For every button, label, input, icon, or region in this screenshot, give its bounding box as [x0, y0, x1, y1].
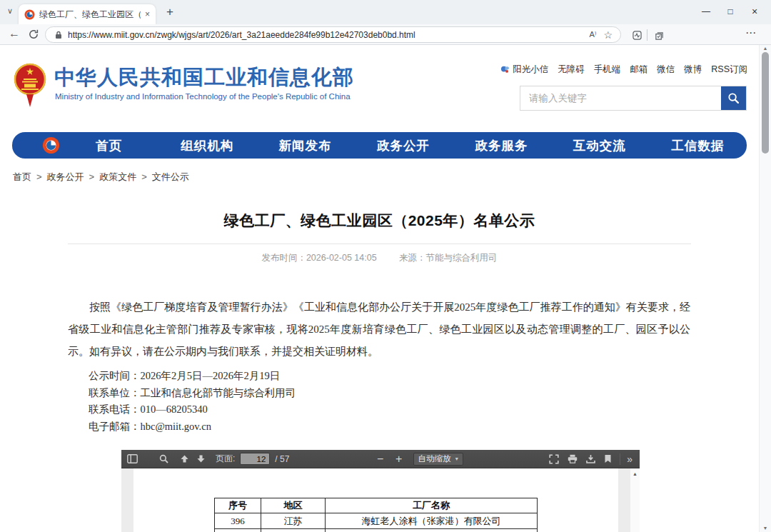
- miit-logo-icon[interactable]: [42, 136, 60, 154]
- presentation-mode-icon[interactable]: [549, 454, 559, 464]
- page-down-icon[interactable]: [196, 454, 206, 463]
- pdf-scroll-up-icon[interactable]: ▲: [630, 471, 640, 476]
- table-row-partial: [215, 529, 538, 532]
- pdf-viewer: 页面: / 57 − + 自动缩放 ▾: [121, 450, 640, 532]
- new-tab-button[interactable]: +: [166, 5, 173, 19]
- nav-items: 首页 组织机构 新闻发布 政务公开 政务服务 互动交流 工信数据: [60, 137, 747, 154]
- col-factory-name: 工厂名称: [326, 498, 538, 513]
- pdf-page: 序号 地区 工厂名称 396 江苏 海虹老人涂料（张家港）有限公司: [133, 468, 618, 532]
- chevron-down-icon: ▾: [455, 456, 458, 462]
- bookmark-icon[interactable]: [604, 454, 612, 463]
- page-scrollbar[interactable]: ▲ ▼: [759, 45, 771, 532]
- table-header-row: 序号 地区 工厂名称: [215, 498, 538, 513]
- scroll-up-icon[interactable]: ▲: [760, 46, 771, 51]
- zoom-in-icon[interactable]: +: [394, 453, 404, 466]
- zoom-select[interactable]: 自动缩放 ▾: [413, 453, 463, 466]
- page-number-input[interactable]: [240, 453, 270, 465]
- pdf-scrollbar[interactable]: ▲: [630, 468, 640, 532]
- site-title: 中华人民共和国工业和信息化部: [54, 64, 354, 92]
- breadcrumb-doc-publicity[interactable]: 文件公示: [152, 171, 189, 182]
- title-divider: [68, 244, 691, 244]
- read-aloud-icon[interactable]: A⁾: [589, 30, 596, 39]
- page-up-icon[interactable]: [180, 454, 189, 463]
- favorite-star-icon[interactable]: ☆: [603, 29, 613, 41]
- article-meta: 发布时间：2026-02-05 14:05 来源：节能与综合利用司: [0, 252, 759, 264]
- page-content: 中华人民共和国工业和信息化部 Ministry of Industry and …: [0, 45, 759, 532]
- national-emblem-icon: [13, 62, 47, 111]
- tab-close-icon[interactable]: ×: [145, 9, 150, 19]
- scroll-down-icon[interactable]: ▼: [760, 526, 771, 531]
- nav-item-interaction[interactable]: 互动交流: [550, 137, 648, 154]
- pdf-find-icon[interactable]: [159, 454, 168, 463]
- window-controls: — □ ×: [694, 4, 767, 19]
- settings-more-icon[interactable]: ⋯: [745, 26, 756, 39]
- col-region: 地区: [261, 498, 326, 513]
- collections-icon[interactable]: [655, 30, 664, 43]
- link-weibo[interactable]: 微博: [684, 64, 702, 76]
- address-bar[interactable]: https://www.miit.gov.cn/zwgk/wjgs/art/20…: [45, 26, 621, 43]
- top-utility-links: 阳光小信 无障碍 手机端 邮箱 微信 微博 RSS订阅: [500, 64, 747, 76]
- url-text[interactable]: https://www.miit.gov.cn/zwgk/wjgs/art/20…: [68, 30, 586, 40]
- pdf-table: 序号 地区 工厂名称 396 江苏 海虹老人涂料（张家港）有限公司: [214, 498, 538, 532]
- pdf-toolbar: 页面: / 57 − + 自动缩放 ▾: [121, 450, 640, 468]
- publish-time: 发布时间：2026-02-05 14:05: [261, 253, 376, 263]
- search-input[interactable]: [520, 86, 722, 110]
- article-paragraph: 按照《绿色工厂梯度培育及管理暂行办法》《工业和信息化部办公厅关于开展2025年度…: [68, 296, 690, 363]
- browser-tab[interactable]: 绿色工厂、绿色工业园区（2025 ×: [19, 4, 156, 24]
- sidebar-toggle-icon[interactable]: [127, 454, 138, 463]
- scrollbar-thumb[interactable]: [762, 52, 769, 154]
- nav-item-news[interactable]: 新闻发布: [256, 137, 354, 154]
- link-rss[interactable]: RSS订阅: [711, 64, 747, 76]
- page-total: / 57: [275, 454, 289, 464]
- miit-favicon-icon: [24, 9, 35, 20]
- contact-phone: 联系电话：010—68205340: [68, 401, 690, 418]
- toolbar-divider: [647, 29, 647, 41]
- link-mobile[interactable]: 手机端: [594, 64, 621, 76]
- nav-item-gov-affairs[interactable]: 政务公开: [354, 137, 452, 154]
- lock-icon[interactable]: [55, 31, 62, 39]
- minimize-button[interactable]: —: [694, 4, 718, 19]
- link-mail[interactable]: 邮箱: [630, 64, 647, 76]
- page-label: 页面:: [216, 453, 235, 465]
- pdf-content-area: 序号 地区 工厂名称 396 江苏 海虹老人涂料（张家港）有限公司: [121, 468, 640, 532]
- breadcrumb: 首页>政务公开>政策文件>文件公示: [13, 171, 189, 184]
- breadcrumb-home[interactable]: 首页: [13, 171, 31, 182]
- sunshine-assistant-icon: [500, 65, 510, 74]
- tab-list-chevron-icon[interactable]: ∨: [7, 6, 13, 16]
- article-source: 来源：节能与综合利用司: [399, 253, 498, 263]
- link-sunshine-assistant[interactable]: 阳光小信: [500, 64, 548, 76]
- col-serial: 序号: [215, 498, 261, 513]
- tab-strip: ∨ 绿色工厂、绿色工业园区（2025 × + — □ ×: [0, 0, 771, 24]
- main-nav: 首页 组织机构 新闻发布 政务公开 政务服务 互动交流 工信数据: [12, 132, 747, 159]
- breadcrumb-policy-docs[interactable]: 政策文件: [99, 171, 136, 182]
- maximize-button[interactable]: □: [718, 4, 742, 19]
- search-button[interactable]: [721, 86, 746, 110]
- link-accessibility[interactable]: 无障碍: [558, 64, 585, 76]
- print-icon[interactable]: [568, 454, 578, 463]
- zoom-out-icon[interactable]: −: [376, 453, 386, 466]
- publicity-period: 公示时间：2026年2月5日—2026年2月19日: [68, 368, 690, 385]
- tab-title: 绿色工厂、绿色工业园区（2025: [39, 9, 141, 21]
- contact-unit: 联系单位：工业和信息化部节能与综合利用司: [68, 385, 690, 402]
- search-icon: [727, 92, 740, 104]
- nav-item-gov-services[interactable]: 政务服务: [453, 137, 550, 154]
- contact-email: 电子邮箱：hbc@miit.gov.cn: [68, 418, 690, 436]
- browser-toolbar: ← https://www.miit.gov.cn/zwgk/wjgs/art/…: [0, 24, 771, 45]
- refresh-icon[interactable]: [29, 29, 39, 42]
- article-info-lines: 公示时间：2026年2月5日—2026年2月19日 联系单位：工业和信息化部节能…: [68, 368, 690, 435]
- browser-window: ∨ 绿色工厂、绿色工业园区（2025 × + — □ × ← https://w…: [0, 0, 771, 532]
- link-wechat[interactable]: 微信: [657, 64, 675, 76]
- site-subtitle: Ministry of Industry and Information Tec…: [55, 92, 351, 101]
- article-title: 绿色工厂、绿色工业园区（2025年）名单公示: [0, 211, 759, 231]
- nav-item-organization[interactable]: 组织机构: [158, 137, 256, 154]
- window-close-button[interactable]: ×: [742, 4, 767, 19]
- back-button[interactable]: ←: [9, 27, 20, 40]
- breadcrumb-gov-affairs[interactable]: 政务公开: [47, 171, 84, 182]
- nav-item-data[interactable]: 工信数据: [649, 137, 747, 154]
- nav-item-home[interactable]: 首页: [60, 137, 158, 154]
- download-icon[interactable]: [586, 454, 595, 463]
- pdf-more-tools-icon[interactable]: »: [627, 453, 633, 465]
- table-row: 396 江苏 海虹老人涂料（张家港）有限公司: [215, 513, 538, 529]
- browser-essentials-icon[interactable]: [633, 30, 642, 43]
- site-search: [520, 86, 747, 111]
